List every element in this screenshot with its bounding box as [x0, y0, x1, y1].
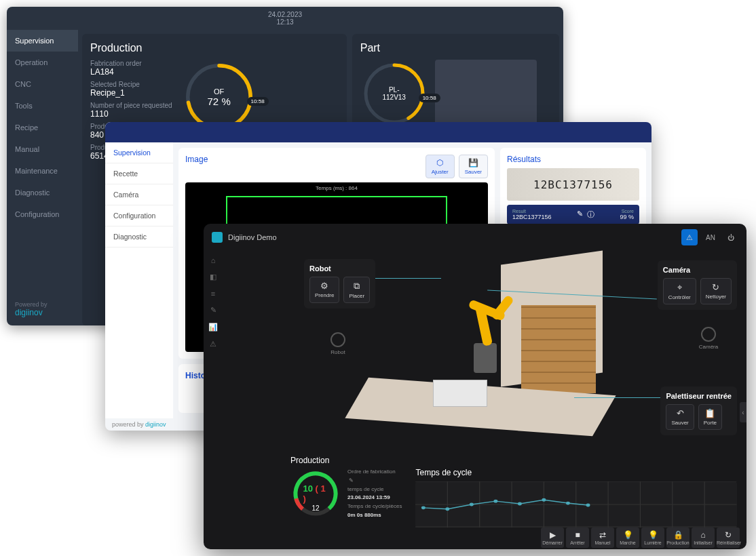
robot-control-panel: Robot ⚙Prendre ⧉Placer: [304, 259, 375, 309]
camera-status: Caméra: [694, 327, 723, 350]
window-header: Digiinov Demo ⚠ AN ⏻: [204, 224, 746, 251]
totaltime-value: 0m 0s 880ms: [347, 512, 381, 518]
production-gauge: 10 ( 1 ) 12: [290, 469, 341, 519]
lock-icon: 🔒: [666, 530, 689, 540]
cycletime-value: 23.06.2024 13:59: [347, 494, 390, 500]
light-label: Lumière: [644, 540, 661, 545]
user-badge[interactable]: AN: [702, 231, 719, 244]
expand-handle[interactable]: ‹: [740, 402, 746, 422]
gear-icon: ⚙: [315, 281, 334, 291]
tab-configuration[interactable]: Configuration: [105, 205, 173, 226]
camera-clean-button[interactable]: ↻Nettoyer: [700, 278, 732, 304]
nav-operation[interactable]: Operation: [7, 52, 78, 73]
order-label: Ordre de fabrication: [347, 468, 402, 477]
nav-maintenance[interactable]: Maintenance: [7, 160, 78, 182]
svg-point-20: [446, 507, 450, 511]
fab-order-value: LA184: [90, 67, 172, 77]
alerts-button[interactable]: ⚠: [681, 229, 698, 245]
requested-value: 1110: [90, 109, 172, 119]
result-row: Result 12BC1377156 ✎ ⓘ Score 99 %: [507, 205, 639, 224]
reset-button[interactable]: ↻Réinitialiser: [717, 528, 740, 548]
palletizer-save-button[interactable]: ↶Sauver: [666, 404, 694, 430]
cycle-time-widget: Temps de cycle: [415, 468, 737, 528]
left-icon-rail: ⌂ ◧ ≡ ✎ 📊 ⚠: [204, 251, 223, 549]
robot-3d-window: Digiinov Demo ⚠ AN ⏻ ⌂ ◧ ≡ ✎ 📊 ⚠: [204, 224, 746, 549]
production-title: Production: [290, 456, 329, 465]
bottom-toolbar: ▶Démarrer ■Arrêter ⇄Manuel 💡Marche 💡Lumi…: [541, 528, 740, 548]
product-boxes: [433, 380, 487, 407]
bulb-icon: 💡: [616, 530, 639, 540]
adjust-button[interactable]: ⬡Ajuster: [426, 155, 455, 178]
camera-control-button[interactable]: ⌖Contrôler: [663, 278, 696, 304]
save-label: Sauver: [671, 420, 688, 426]
cube-icon: ⬡: [432, 158, 449, 167]
gauge-time-badge: 10:58: [247, 97, 269, 106]
save-label: Sauver: [465, 169, 482, 175]
info-icon[interactable]: ⓘ: [587, 210, 594, 220]
result-label: Result: [512, 209, 552, 214]
light-button[interactable]: 💡Lumière: [641, 528, 664, 548]
camera-panel-title: Caméra: [663, 266, 732, 274]
nav-configuration[interactable]: Configuration: [7, 203, 78, 225]
nav-tools[interactable]: Tools: [7, 95, 78, 117]
take-label: Prendre: [315, 292, 334, 298]
nav-recipe[interactable]: Recipe: [7, 117, 78, 138]
reset-label: Réinitialiser: [717, 540, 741, 545]
init-button[interactable]: ⌂Initialiser: [692, 528, 715, 548]
power-icon: ⏻: [727, 234, 734, 241]
nav-diagnostic[interactable]: Diagnostic: [7, 182, 78, 203]
part-camera-image: [435, 60, 537, 127]
camera-status-label: Caméra: [699, 344, 718, 350]
manual-label: Manuel: [595, 540, 611, 545]
stop-button[interactable]: ■Arrêter: [566, 528, 589, 548]
powered-by: Powered by digiinov: [15, 301, 48, 317]
palletizer-door-button[interactable]: 📋Porte: [698, 404, 722, 430]
chart-icon[interactable]: 📊: [208, 323, 218, 332]
svg-point-19: [421, 506, 426, 509]
bulb-icon: 💡: [641, 530, 664, 540]
nav-cnc[interactable]: CNC: [7, 73, 78, 95]
production-widget: Production 10 ( 1 ) 12 Ordre de fabricat…: [290, 468, 402, 520]
home-icon[interactable]: ⌂: [211, 256, 216, 264]
nav-manual[interactable]: Manual: [7, 138, 78, 160]
edit-icon[interactable]: ✎: [210, 306, 216, 315]
power-button[interactable]: ⏻: [723, 231, 738, 244]
brand-logo: digiinov: [15, 308, 43, 317]
date: 24.02.2023: [268, 11, 302, 18]
edit-icon[interactable]: ✎: [577, 210, 583, 220]
warning-icon[interactable]: ⚠: [210, 340, 216, 349]
tab-diagnostic[interactable]: Diagnostic: [105, 226, 173, 247]
recipe-label: Selected Recipe: [90, 81, 172, 88]
adjust-label: Ajuster: [432, 169, 449, 175]
layers-icon[interactable]: ◧: [210, 273, 216, 281]
save-button[interactable]: 💾Sauver: [459, 155, 488, 178]
production-button[interactable]: 🔒Production: [666, 528, 689, 548]
svg-point-24: [542, 498, 546, 502]
gauge-of-label: OF: [208, 87, 231, 96]
clean-label: Nettoyer: [706, 294, 726, 300]
start-button[interactable]: ▶Démarrer: [541, 528, 564, 548]
manual-button[interactable]: ⇄Manuel: [591, 528, 614, 548]
run-button[interactable]: 💡Marche: [616, 528, 639, 548]
app-title: Digiinov Demo: [228, 233, 277, 241]
list-icon[interactable]: ≡: [211, 290, 215, 298]
robot-arm: [453, 278, 514, 373]
tab-camera[interactable]: Caméra: [105, 184, 173, 205]
undo-icon: ↶: [671, 408, 688, 418]
tab-recette[interactable]: Recette: [105, 163, 173, 184]
tab-supervision[interactable]: Supervision: [105, 142, 173, 163]
3d-viewport[interactable]: Robot ⚙Prendre ⧉Placer Robot Caméra ⌖Con…: [223, 251, 746, 549]
robot-place-button[interactable]: ⧉Placer: [343, 277, 370, 303]
stop-label: Arrêter: [570, 540, 584, 545]
nav-supervision[interactable]: Supervision: [7, 30, 78, 52]
robot-status-label: Robot: [330, 349, 345, 355]
palletizer-panel: Palettiseur rentrée ↶Sauver 📋Porte: [660, 386, 737, 435]
part-gauge-label: PL-112V13: [377, 86, 411, 101]
warning-icon: ⚠: [686, 233, 693, 242]
main-nav-sidebar: Supervision Operation CNC Tools Recipe M…: [7, 30, 78, 330]
robot-take-button[interactable]: ⚙Prendre: [309, 277, 339, 303]
edit-icon[interactable]: ✎: [349, 477, 354, 483]
camera-control-panel: Caméra ⌖Contrôler ↻Nettoyer: [658, 260, 737, 310]
gauge-of-pct: 72 %: [208, 96, 231, 107]
part-gauge: PL-112V13 10:58: [360, 60, 428, 127]
